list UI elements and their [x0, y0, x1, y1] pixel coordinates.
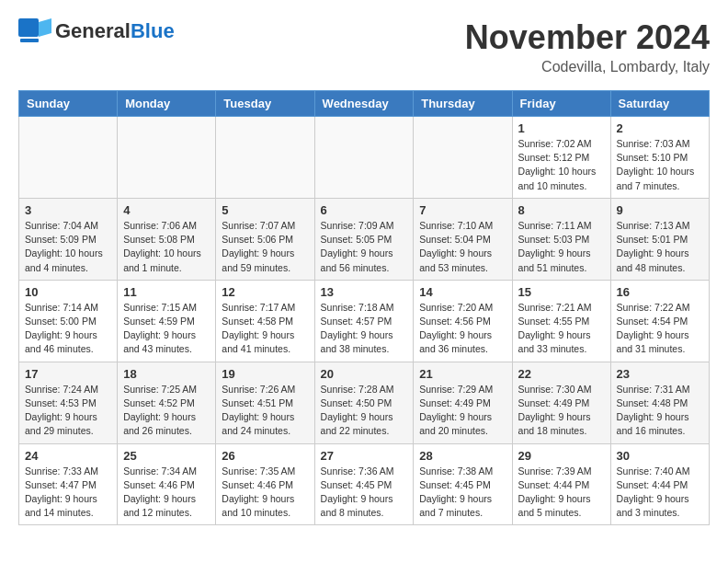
- calendar-cell: [414, 117, 512, 199]
- calendar-cell: 29Sunrise: 7:39 AM Sunset: 4:44 PM Dayli…: [512, 443, 610, 525]
- calendar-cell: 20Sunrise: 7:28 AM Sunset: 4:50 PM Dayli…: [314, 362, 414, 443]
- day-number: 20: [321, 367, 408, 381]
- day-number: 15: [518, 285, 605, 299]
- calendar-cell: 4Sunrise: 7:06 AM Sunset: 5:08 PM Daylig…: [118, 198, 216, 280]
- calendar-cell: 18Sunrise: 7:25 AM Sunset: 4:52 PM Dayli…: [118, 362, 216, 443]
- day-number: 12: [222, 285, 308, 299]
- calendar-cell: 28Sunrise: 7:38 AM Sunset: 4:45 PM Dayli…: [414, 443, 512, 525]
- day-number: 27: [321, 449, 408, 463]
- calendar-week-row: 24Sunrise: 7:33 AM Sunset: 4:47 PM Dayli…: [19, 443, 710, 525]
- calendar-cell: [314, 117, 414, 199]
- day-info: Sunrise: 7:18 AM Sunset: 4:57 PM Dayligh…: [321, 301, 408, 357]
- header: GeneralBlue November 2024 Codevilla, Lom…: [18, 18, 710, 75]
- calendar-cell: 11Sunrise: 7:15 AM Sunset: 4:59 PM Dayli…: [118, 280, 216, 362]
- day-info: Sunrise: 7:09 AM Sunset: 5:05 PM Dayligh…: [321, 219, 408, 275]
- day-number: 6: [321, 203, 408, 217]
- day-info: Sunrise: 7:07 AM Sunset: 5:06 PM Dayligh…: [222, 219, 308, 275]
- day-info: Sunrise: 7:33 AM Sunset: 4:47 PM Dayligh…: [25, 465, 111, 521]
- calendar: SundayMondayTuesdayWednesdayThursdayFrid…: [18, 90, 710, 525]
- day-number: 10: [25, 285, 111, 299]
- calendar-cell: 27Sunrise: 7:36 AM Sunset: 4:45 PM Dayli…: [314, 443, 414, 525]
- day-number: 19: [222, 367, 308, 381]
- day-number: 23: [617, 367, 703, 381]
- day-number: 22: [518, 367, 605, 381]
- calendar-week-row: 1Sunrise: 7:02 AM Sunset: 5:12 PM Daylig…: [19, 117, 710, 199]
- day-info: Sunrise: 7:40 AM Sunset: 4:44 PM Dayligh…: [617, 465, 703, 521]
- day-number: 8: [518, 203, 605, 217]
- day-info: Sunrise: 7:28 AM Sunset: 4:50 PM Dayligh…: [321, 383, 408, 439]
- title-area: November 2024 Codevilla, Lombardy, Italy: [465, 18, 710, 75]
- day-info: Sunrise: 7:31 AM Sunset: 4:48 PM Dayligh…: [617, 383, 703, 439]
- calendar-cell: 8Sunrise: 7:11 AM Sunset: 5:03 PM Daylig…: [512, 198, 610, 280]
- calendar-cell: 6Sunrise: 7:09 AM Sunset: 5:05 PM Daylig…: [314, 198, 414, 280]
- logo-icon: [18, 18, 51, 44]
- calendar-week-row: 3Sunrise: 7:04 AM Sunset: 5:09 PM Daylig…: [19, 198, 710, 280]
- calendar-cell: 25Sunrise: 7:34 AM Sunset: 4:46 PM Dayli…: [118, 443, 216, 525]
- calendar-week-row: 17Sunrise: 7:24 AM Sunset: 4:53 PM Dayli…: [19, 362, 710, 443]
- calendar-cell: 3Sunrise: 7:04 AM Sunset: 5:09 PM Daylig…: [19, 198, 118, 280]
- svg-marker-1: [39, 18, 51, 37]
- calendar-cell: 7Sunrise: 7:10 AM Sunset: 5:04 PM Daylig…: [414, 198, 512, 280]
- day-number: 17: [25, 367, 111, 381]
- day-number: 16: [617, 285, 703, 299]
- day-info: Sunrise: 7:20 AM Sunset: 4:56 PM Dayligh…: [419, 301, 506, 357]
- day-number: 4: [123, 203, 210, 217]
- day-number: 30: [617, 449, 703, 463]
- day-info: Sunrise: 7:26 AM Sunset: 4:51 PM Dayligh…: [222, 383, 308, 439]
- logo-text: GeneralBlue: [55, 19, 175, 42]
- day-number: 28: [419, 449, 506, 463]
- calendar-cell: 16Sunrise: 7:22 AM Sunset: 4:54 PM Dayli…: [610, 280, 709, 362]
- month-title: November 2024: [465, 18, 710, 57]
- day-info: Sunrise: 7:17 AM Sunset: 4:58 PM Dayligh…: [222, 301, 308, 357]
- calendar-cell: 21Sunrise: 7:29 AM Sunset: 4:49 PM Dayli…: [414, 362, 512, 443]
- day-info: Sunrise: 7:38 AM Sunset: 4:45 PM Dayligh…: [419, 465, 506, 521]
- day-number: 26: [222, 449, 308, 463]
- calendar-cell: 24Sunrise: 7:33 AM Sunset: 4:47 PM Dayli…: [19, 443, 118, 525]
- day-number: 9: [617, 203, 703, 217]
- logo: GeneralBlue: [18, 18, 175, 44]
- calendar-cell: 22Sunrise: 7:30 AM Sunset: 4:49 PM Dayli…: [512, 362, 610, 443]
- weekday-header: Thursday: [414, 91, 512, 117]
- day-info: Sunrise: 7:13 AM Sunset: 5:01 PM Dayligh…: [617, 219, 703, 275]
- day-number: 2: [617, 121, 703, 135]
- day-info: Sunrise: 7:22 AM Sunset: 4:54 PM Dayligh…: [617, 301, 703, 357]
- weekday-header: Monday: [118, 91, 216, 117]
- weekday-header-row: SundayMondayTuesdayWednesdayThursdayFrid…: [19, 91, 710, 117]
- calendar-week-row: 10Sunrise: 7:14 AM Sunset: 5:00 PM Dayli…: [19, 280, 710, 362]
- weekday-header: Wednesday: [314, 91, 414, 117]
- calendar-cell: 14Sunrise: 7:20 AM Sunset: 4:56 PM Dayli…: [414, 280, 512, 362]
- day-number: 11: [123, 285, 210, 299]
- day-info: Sunrise: 7:30 AM Sunset: 4:49 PM Dayligh…: [518, 383, 605, 439]
- calendar-cell: 9Sunrise: 7:13 AM Sunset: 5:01 PM Daylig…: [610, 198, 709, 280]
- calendar-cell: [216, 117, 314, 199]
- weekday-header: Sunday: [19, 91, 118, 117]
- calendar-cell: 10Sunrise: 7:14 AM Sunset: 5:00 PM Dayli…: [19, 280, 118, 362]
- weekday-header: Tuesday: [216, 91, 314, 117]
- day-number: 14: [419, 285, 506, 299]
- day-number: 5: [222, 203, 308, 217]
- day-info: Sunrise: 7:35 AM Sunset: 4:46 PM Dayligh…: [222, 465, 308, 521]
- svg-rect-0: [18, 18, 39, 37]
- day-info: Sunrise: 7:24 AM Sunset: 4:53 PM Dayligh…: [25, 383, 111, 439]
- calendar-cell: 12Sunrise: 7:17 AM Sunset: 4:58 PM Dayli…: [216, 280, 314, 362]
- day-info: Sunrise: 7:03 AM Sunset: 5:10 PM Dayligh…: [617, 137, 703, 193]
- day-number: 29: [518, 449, 605, 463]
- day-number: 1: [518, 121, 605, 135]
- day-number: 25: [123, 449, 210, 463]
- calendar-cell: 5Sunrise: 7:07 AM Sunset: 5:06 PM Daylig…: [216, 198, 314, 280]
- calendar-cell: 15Sunrise: 7:21 AM Sunset: 4:55 PM Dayli…: [512, 280, 610, 362]
- calendar-cell: 13Sunrise: 7:18 AM Sunset: 4:57 PM Dayli…: [314, 280, 414, 362]
- day-info: Sunrise: 7:04 AM Sunset: 5:09 PM Dayligh…: [25, 219, 111, 275]
- day-info: Sunrise: 7:02 AM Sunset: 5:12 PM Dayligh…: [518, 137, 605, 193]
- day-info: Sunrise: 7:21 AM Sunset: 4:55 PM Dayligh…: [518, 301, 605, 357]
- calendar-cell: 19Sunrise: 7:26 AM Sunset: 4:51 PM Dayli…: [216, 362, 314, 443]
- day-number: 7: [419, 203, 506, 217]
- day-number: 24: [25, 449, 111, 463]
- calendar-cell: 23Sunrise: 7:31 AM Sunset: 4:48 PM Dayli…: [610, 362, 709, 443]
- day-info: Sunrise: 7:14 AM Sunset: 5:00 PM Dayligh…: [25, 301, 111, 357]
- day-info: Sunrise: 7:15 AM Sunset: 4:59 PM Dayligh…: [123, 301, 210, 357]
- weekday-header: Friday: [512, 91, 610, 117]
- day-info: Sunrise: 7:39 AM Sunset: 4:44 PM Dayligh…: [518, 465, 605, 521]
- day-info: Sunrise: 7:25 AM Sunset: 4:52 PM Dayligh…: [123, 383, 210, 439]
- calendar-cell: 17Sunrise: 7:24 AM Sunset: 4:53 PM Dayli…: [19, 362, 118, 443]
